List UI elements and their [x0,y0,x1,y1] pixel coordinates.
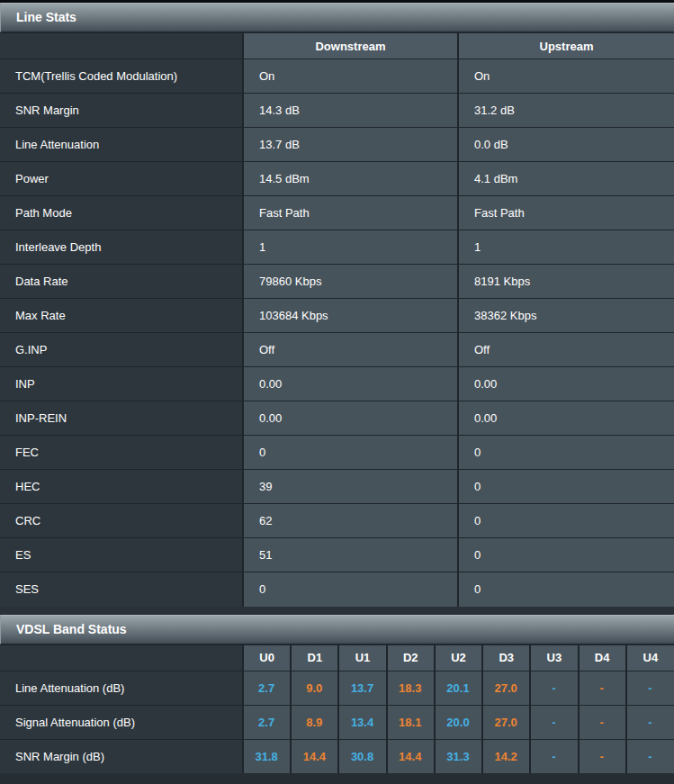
band-value-d4: - [579,671,626,705]
stat-label: TCM(Trellis Coded Modulation) [0,59,243,94]
panel-gap [0,607,674,615]
stat-label: INP [0,367,243,401]
band-value-u1: 13.7 [338,671,386,705]
stat-value-downstream: 0 [243,572,458,607]
band-row-label: Signal Attenuation (dB) [0,705,243,739]
stat-value-upstream: 8191 Kbps [458,265,674,299]
band-row-snr-margin: SNR Margin (dB) 31.8 14.4 30.8 14.4 31.3… [0,739,674,773]
stat-label: Power [0,162,243,196]
stat-label: Line Attenuation [0,128,243,162]
table-row-es: ES 51 0 [0,538,674,572]
stat-value-downstream: 14.3 dB [243,94,458,128]
band-value-u4: - [626,739,674,773]
vdsl-band-status-header: VDSL Band Status [0,615,674,644]
table-row-path-mode: Path Mode Fast Path Fast Path [0,196,674,230]
stat-value-upstream: 0 [458,538,674,572]
stat-label: HEC [0,470,243,504]
band-value-d4: - [579,739,626,773]
band-value-d4: - [579,705,626,739]
band-value-u0: 2.7 [243,671,291,705]
stat-label: Max Rate [0,299,243,333]
table-row-power: Power 14.5 dBm 4.1 dBm [0,162,674,196]
band-value-u0: 2.7 [243,705,291,739]
stat-value-downstream: 51 [243,538,458,572]
corner-cell [0,33,243,59]
band-value-u1: 13.4 [338,705,386,739]
band-row-label: Line Attenuation (dB) [0,671,243,705]
stat-value-downstream: 39 [243,470,458,504]
band-value-u4: - [626,671,674,705]
stat-label: Interleave Depth [0,230,243,265]
table-row-ses: SES 0 0 [0,572,674,607]
stat-value-downstream: 13.7 dB [243,128,458,162]
band-value-d3: 27.0 [482,705,530,739]
stat-value-upstream: 0.00 [458,367,674,401]
band-value-d1: 9.0 [291,671,338,705]
stat-value-upstream: 1 [458,230,674,265]
band-value-u3: - [530,671,578,705]
stat-value-upstream: 0 [458,436,674,470]
table-row-line-attenuation: Line Attenuation 13.7 dB 0.0 dB [0,128,674,162]
stat-value-downstream: 62 [243,504,458,538]
table-row-inp-rein: INP-REIN 0.00 0.00 [0,401,674,436]
stat-value-downstream: On [243,59,458,94]
stat-label: FEC [0,436,243,470]
band-value-u2: 20.0 [435,705,482,739]
band-value-d2: 18.1 [387,705,435,739]
stat-value-upstream: 31.2 dB [458,94,674,128]
downstream-column-header: Downstream [243,33,458,59]
stat-value-downstream: 103684 Kbps [243,299,458,333]
corner-cell [0,644,243,671]
stat-value-upstream: 0.0 dB [458,128,674,162]
stat-label: CRC [0,504,243,538]
column-header-row: Downstream Upstream [0,33,674,59]
stat-value-downstream: Off [243,333,458,367]
table-row-interleave-depth: Interleave Depth 1 1 [0,230,674,265]
line-stats-table: Downstream Upstream TCM(Trellis Coded Mo… [0,32,674,607]
stat-label: Data Rate [0,265,243,299]
band-value-u0: 31.8 [243,739,291,773]
stat-value-upstream: Fast Path [458,196,674,230]
table-row-ginp: G.INP Off Off [0,333,674,367]
stat-value-upstream: Off [458,333,674,367]
band-header-u2: U2 [435,644,482,671]
band-header-u1: U1 [338,644,386,671]
band-header-row: U0 D1 U1 D2 U2 D3 U3 D4 U4 [0,644,674,671]
band-value-u1: 30.8 [338,739,386,773]
line-stats-title: Line Stats [16,10,76,24]
stat-value-downstream: 14.5 dBm [243,162,458,196]
stat-value-downstream: 0 [243,436,458,470]
stat-value-downstream: 0.00 [243,401,458,436]
band-header-u3: U3 [530,644,578,671]
band-value-d1: 14.4 [291,739,338,773]
stat-label: Path Mode [0,196,243,230]
band-value-d1: 8.9 [291,705,338,739]
stat-label: ES [0,538,243,572]
band-value-d2: 18.3 [387,671,435,705]
stat-label: G.INP [0,333,243,367]
band-header-u0: U0 [243,644,291,671]
table-row-inp: INP 0.00 0.00 [0,367,674,401]
band-header-u4: U4 [626,644,674,671]
stat-value-downstream: 1 [243,230,458,265]
band-header-d4: D4 [579,644,626,671]
band-value-u2: 20.1 [435,671,482,705]
band-value-u3: - [530,739,578,773]
stat-value-upstream: 0 [458,504,674,538]
band-value-u3: - [530,705,578,739]
stat-value-upstream: 38362 Kbps [458,299,674,333]
stat-value-downstream: 0.00 [243,367,458,401]
band-header-d2: D2 [387,644,435,671]
table-row-tcm: TCM(Trellis Coded Modulation) On On [0,59,674,94]
vdsl-band-status-title: VDSL Band Status [16,622,127,636]
stat-label: SES [0,572,243,607]
stat-value-downstream: Fast Path [243,196,458,230]
table-row-snr-margin: SNR Margin 14.3 dB 31.2 dB [0,94,674,128]
stat-label: SNR Margin [0,94,243,128]
band-value-u2: 31.3 [435,739,482,773]
stat-label: INP-REIN [0,401,243,436]
band-value-d3: 27.0 [482,671,530,705]
stat-value-upstream: On [458,59,674,94]
table-row-fec: FEC 0 0 [0,436,674,470]
stat-value-downstream: 79860 Kbps [243,265,458,299]
